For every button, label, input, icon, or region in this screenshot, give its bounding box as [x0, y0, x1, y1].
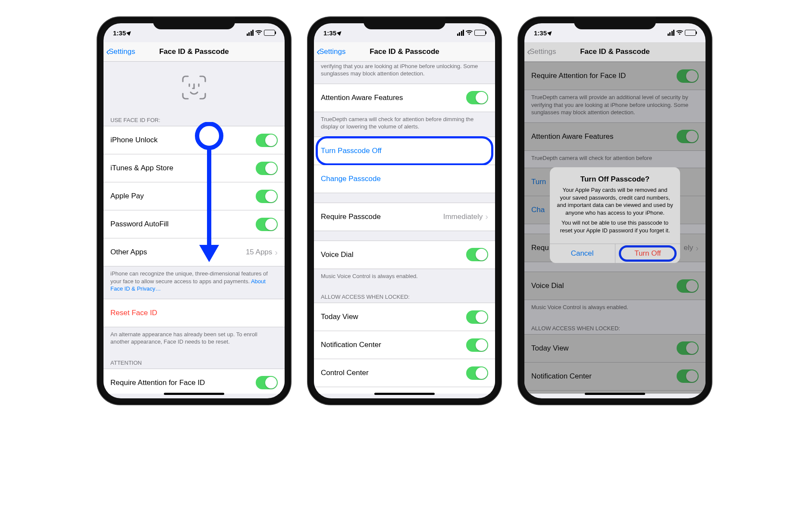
footer-attention-aware: TrueDepth camera will check for attentio…: [314, 112, 495, 137]
phone-notch: [364, 17, 445, 29]
section-header-allow-access: ALLOW ACCESS WHEN LOCKED:: [314, 286, 495, 303]
location-indicator-icon: [126, 29, 132, 35]
nav-title: Face ID & Passcode: [370, 47, 439, 56]
footer-voice-control: Music Voice Control is always enabled.: [314, 269, 495, 286]
row-label: Attention Aware Features: [321, 94, 466, 102]
toggle-switch[interactable]: [256, 162, 278, 175]
alert-overlay: Turn Off Passcode? Your Apple Pay cards …: [524, 62, 706, 394]
row-require-passcode[interactable]: Require PasscodeImmediately›: [314, 203, 495, 231]
nav-bar: ‹ Settings Face ID & Passcode: [103, 42, 285, 62]
row-turn-passcode-off[interactable]: Turn Passcode Off: [314, 137, 495, 165]
phone-mockup-3: 1:35 ‹ Settings Face ID & Passcode Requi…: [518, 17, 712, 404]
battery-icon: [474, 30, 486, 36]
cellular-signal-icon: [668, 30, 675, 36]
alert-message-2: You will not be able to use this passcod…: [557, 219, 673, 234]
row-label: Password AutoFill: [110, 220, 256, 228]
row-label: Other Apps: [110, 248, 246, 257]
toggle-switch[interactable]: [466, 338, 488, 352]
row-attention-aware[interactable]: Attention Aware Features: [314, 84, 495, 112]
toggle-switch[interactable]: [256, 134, 278, 147]
toggle-switch[interactable]: [256, 218, 278, 231]
row-label: Apple Pay: [110, 192, 256, 200]
footer-truedepth-top: TrueDepth camera will provide an additio…: [314, 62, 495, 84]
row-label: Voice Dial: [321, 250, 466, 259]
row-control-center[interactable]: Control Center: [314, 359, 495, 387]
cellular-signal-icon: [457, 30, 464, 36]
back-label: Settings: [109, 47, 135, 56]
row-label: Turn Passcode Off: [321, 147, 488, 155]
back-button[interactable]: ‹ Settings: [317, 47, 345, 57]
phone-notch: [574, 17, 656, 29]
footer-alternate-appearance: An alternate appearance has already been…: [103, 327, 285, 352]
back-button: ‹ Settings: [527, 47, 556, 57]
status-time: 1:35: [323, 29, 336, 37]
row-voice-dial[interactable]: Voice Dial: [314, 241, 495, 269]
back-button[interactable]: ‹ Settings: [106, 47, 135, 57]
wifi-icon: [255, 30, 262, 35]
row-label: iPhone Unlock: [110, 136, 256, 144]
row-label: Require Passcode: [321, 213, 443, 221]
row-itunes-appstore[interactable]: iTunes & App Store: [103, 154, 285, 182]
cellular-signal-icon: [247, 30, 254, 36]
home-indicator[interactable]: [374, 393, 435, 395]
row-label: iTunes & App Store: [110, 164, 256, 172]
row-notification-center[interactable]: Notification Center: [314, 331, 495, 359]
back-label: Settings: [530, 47, 556, 56]
row-require-attention[interactable]: Require Attention for Face ID: [103, 369, 285, 394]
phone-notch: [153, 17, 235, 29]
alert-turn-off-button[interactable]: Turn Off: [615, 244, 680, 263]
toggle-switch[interactable]: [466, 91, 488, 104]
status-time: 1:35: [534, 29, 547, 37]
row-iphone-unlock[interactable]: iPhone Unlock: [103, 126, 285, 154]
section-header-use-faceid: USE FACE ID FOR:: [103, 109, 285, 126]
row-detail: Immediately: [443, 213, 483, 221]
location-indicator-icon: [547, 29, 553, 35]
section-header-attention: ATTENTION: [103, 352, 285, 369]
row-label: Control Center: [321, 369, 466, 377]
row-label: Today View: [321, 313, 466, 321]
alert-cancel-button[interactable]: Cancel: [550, 244, 615, 263]
nav-title: Face ID & Passcode: [159, 47, 229, 56]
row-today-view[interactable]: Today View: [314, 303, 495, 331]
row-detail: 15 Apps: [246, 248, 272, 257]
row-label: Reset Face ID: [110, 309, 278, 317]
phone-mockup-2: 1:35 ‹ Settings Face ID & Passcode TrueD…: [308, 17, 501, 404]
location-indicator-icon: [337, 29, 343, 35]
toggle-switch[interactable]: [256, 190, 278, 203]
row-reset-faceid[interactable]: Reset Face ID: [103, 299, 285, 327]
toggle-switch[interactable]: [466, 248, 488, 261]
phone-mockup-1: 1:35 ‹ Settings Face ID & Passcode: [97, 17, 291, 404]
nav-bar: ‹ Settings Face ID & Passcode: [314, 42, 495, 62]
alert-title: Turn Off Passcode?: [557, 175, 673, 184]
row-change-passcode[interactable]: Change Passcode: [314, 165, 495, 193]
battery-icon: [264, 30, 275, 36]
alert-message-1: Your Apple Pay cards will be removed and…: [557, 186, 673, 216]
row-label: Require Attention for Face ID: [110, 379, 256, 387]
chevron-right-icon: ›: [485, 212, 488, 222]
toggle-switch[interactable]: [466, 310, 488, 324]
row-label: Notification Center: [321, 341, 466, 349]
battery-icon: [685, 30, 696, 36]
home-indicator[interactable]: [164, 393, 224, 395]
wifi-icon: [466, 30, 473, 35]
toggle-switch[interactable]: [466, 366, 488, 380]
row-other-apps[interactable]: Other Apps15 Apps›: [103, 238, 285, 266]
back-label: Settings: [319, 47, 345, 56]
alert-turn-off-passcode: Turn Off Passcode? Your Apple Pay cards …: [550, 167, 680, 263]
nav-title: Face ID & Passcode: [580, 47, 650, 56]
toggle-switch[interactable]: [256, 376, 278, 389]
nav-bar: ‹ Settings Face ID & Passcode: [524, 42, 706, 62]
faceid-hero-icon: [103, 62, 285, 109]
chevron-right-icon: ›: [275, 247, 278, 257]
row-label: Change Passcode: [321, 175, 488, 183]
row-apple-pay[interactable]: Apple Pay: [103, 182, 285, 210]
footer-faceid-privacy: iPhone can recognize the unique, three-d…: [103, 266, 285, 299]
status-time: 1:35: [113, 29, 126, 37]
row-password-autofill[interactable]: Password AutoFill: [103, 210, 285, 238]
wifi-icon: [676, 30, 683, 35]
